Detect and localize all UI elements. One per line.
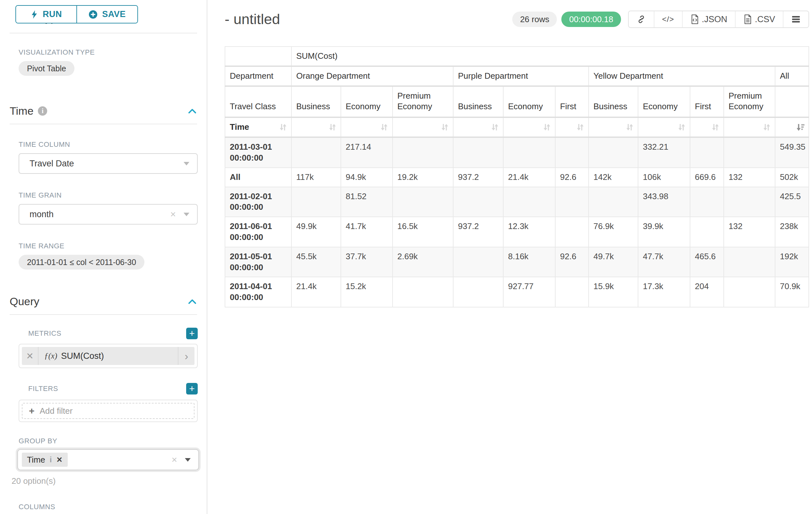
pivot-table-container: SUM(Cost)DepartmentOrange DepartmentPurp… [225,46,809,307]
sort-descending-icon[interactable] [795,123,805,132]
chevron-up-icon[interactable] [187,297,198,306]
column-sort-cell[interactable] [291,117,341,137]
metrics-container: ✕ ƒ(x) SUM(Cost) › [19,344,198,368]
run-save-button-group: RUN SAVE [16,5,138,23]
sort-icon[interactable] [677,123,687,132]
clear-icon[interactable]: × [170,210,176,219]
column-sort-cell[interactable] [393,117,453,137]
group-by-select[interactable]: Time i ✕ × [17,449,199,470]
pivot-value-cell: 45.5k [291,247,341,277]
pivot-value-cell: 217.14 [341,137,393,168]
pivot-value-cell [453,187,503,217]
export-json-button[interactable]: .JSON [682,11,735,27]
time-range-pill[interactable]: 2011-01-01 ≤ col < 2011-06-30 [19,255,144,270]
column-sort-cell[interactable] [341,117,393,137]
run-button[interactable]: RUN [16,6,77,23]
row-count-badge: 26 rows [512,11,557,27]
pivot-value-cell [724,137,775,168]
sort-icon[interactable] [379,123,389,132]
department-group-header: Yellow Department [589,66,775,86]
pivot-value-cell [503,187,555,217]
travel-class-header: Economy [341,86,393,117]
column-sort-cell[interactable] [555,117,589,137]
metric-chip[interactable]: ✕ ƒ(x) SUM(Cost) › [22,347,195,365]
sort-icon[interactable] [490,123,500,132]
pivot-value-cell: 332.21 [638,137,690,168]
column-sort-cell[interactable] [724,117,775,137]
time-grain-select[interactable]: month × [19,204,198,224]
app-root: RUN SAVE Chart Type VISUALIZATION TYPE P… [0,0,812,514]
view-query-button[interactable]: </> [654,11,682,27]
travel-class-header: First [555,86,589,117]
export-csv-button[interactable]: .CSV [735,11,783,27]
pivot-value-cell [589,137,638,168]
chevron-right-icon[interactable]: › [178,347,195,365]
department-group-header: Purple Department [453,66,589,86]
metrics-label: METRICS [28,329,61,337]
viz-type-pill[interactable]: Pivot Table [19,61,75,76]
caret-down-icon[interactable] [185,458,191,462]
pivot-value-cell [503,137,555,168]
sort-icon[interactable] [278,123,288,132]
pivot-value-cell: 39.9k [638,217,690,247]
pivot-value-cell [690,217,724,247]
column-sort-cell[interactable] [690,117,724,137]
add-filter-dropzone[interactable]: + Add filter [22,403,195,419]
pivot-value-cell [555,217,589,247]
remove-metric-icon[interactable]: ✕ [22,347,38,365]
pivot-value-cell: 343.98 [638,187,690,217]
json-file-icon [690,14,699,24]
caret-down-icon[interactable] [183,162,190,165]
sort-icon[interactable] [542,123,552,132]
save-button[interactable]: SAVE [77,6,137,23]
columns-label: COLUMNS [19,503,207,511]
row-label-cell: All [225,168,291,187]
pivot-value-cell: 204 [690,277,724,307]
pivot-value-cell: 47.7k [638,247,690,277]
add-metric-button[interactable]: + [186,328,198,339]
sidebar-sticky-toolbar: RUN SAVE [0,0,207,23]
pivot-value-cell: 49.9k [291,217,341,247]
chevron-up-icon[interactable] [187,106,198,116]
hamburger-icon [791,15,801,23]
sort-icon[interactable] [762,123,772,132]
sort-icon[interactable] [710,123,720,132]
pivot-value-cell [291,137,341,168]
share-link-button[interactable] [629,11,654,27]
time-column-select[interactable]: Travel Date [19,153,198,174]
pivot-value-cell: 70.9k [775,277,809,307]
add-filter-plus-button[interactable]: + [186,383,198,395]
row-label-cell: 2011-06-01 00:00:00 [225,217,291,247]
column-sort-cell[interactable] [503,117,555,137]
row-dimension-sort-cell[interactable]: Time [225,117,291,137]
query-timer-badge: 00:00:00.18 [561,11,621,27]
sort-icon[interactable] [440,123,450,132]
pivot-value-cell: 81.52 [341,187,393,217]
sort-icon[interactable] [576,123,585,132]
menu-button[interactable] [783,11,809,27]
section-divider [10,314,197,315]
sort-icon[interactable] [328,123,337,132]
travel-class-header: Business [589,86,638,117]
column-sort-cell[interactable] [638,117,690,137]
info-icon: i [50,455,52,464]
pivot-value-cell [393,137,453,168]
pivot-value-cell: 927.77 [503,277,555,307]
pivot-value-cell: 549.35 [775,137,809,168]
group-by-chip-time[interactable]: Time i ✕ [22,453,68,467]
pivot-row: 2011-03-01 00:00:00217.14332.21549.35 [225,137,809,168]
pivot-value-cell: 425.5 [775,187,809,217]
chart-title[interactable]: - untitled [225,11,280,28]
remove-chip-icon[interactable]: ✕ [56,456,62,464]
column-sort-cell[interactable] [775,117,809,137]
lightning-icon [30,10,38,19]
column-sort-cell[interactable] [453,117,503,137]
pivot-value-cell: 132 [724,168,775,187]
export-json-label: .JSON [702,15,728,24]
pivot-value-cell: 669.6 [690,168,724,187]
clear-icon[interactable]: × [171,455,177,464]
caret-down-icon[interactable] [183,213,190,216]
sort-icon[interactable] [625,123,635,132]
travel-class-header: Economy [638,86,690,117]
column-sort-cell[interactable] [589,117,638,137]
